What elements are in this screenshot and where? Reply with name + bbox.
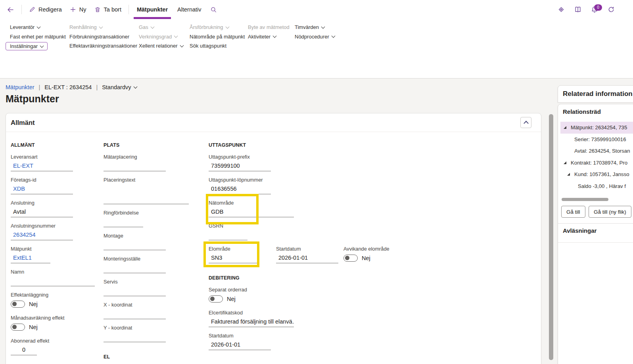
breadcrumb-record: EL-EXT : 2634254 [44,84,92,90]
search-button[interactable] [207,4,221,15]
toggle-switch[interactable] [11,324,25,331]
tree-item[interactable]: Kund: 1057361, Jansso [560,169,633,180]
ribbon-item[interactable]: Effektavräkningstransaktioner [69,41,137,51]
ribbon-item[interactable]: Nödprocedurer [295,32,335,42]
dynamics-apps-button[interactable] [556,4,566,15]
field-value[interactable]: 735999100 [209,162,271,170]
field-underline [276,263,338,263]
field-value[interactable] [104,218,143,226]
go-to-new-tab-button[interactable]: Gå till (ny flik) [589,206,631,218]
field-label: Elcertifikatskod [209,309,395,316]
field-value[interactable]: Fakturerad försäljning till elanvä… [209,318,294,326]
field-underline [104,342,166,342]
field-value[interactable]: 0 [11,346,37,354]
form-field: Y - koordinat [104,324,205,347]
field-value[interactable]: GDB [209,208,294,216]
plus-icon [70,6,76,13]
search-icon [210,6,217,13]
toggle-switch[interactable] [11,301,25,308]
card-body: ALLMÄNTLeveransartEL-EXTFöretags-idXDBAn… [6,132,541,364]
field-value[interactable]: EL-EXT [11,162,73,170]
tree-item[interactable]: Avtal: 2634254, Storsan [560,145,633,157]
chevron-down-icon [321,25,325,29]
refresh-button[interactable] [606,4,616,15]
tree-item[interactable]: Serier: 735999100016 [560,134,633,146]
field-value[interactable] [104,264,166,272]
field-value[interactable]: SN3 [209,254,259,262]
ribbon-item[interactable]: Aktiviteter [248,32,276,42]
field-value[interactable] [104,162,166,170]
toggle-switch[interactable] [209,295,223,303]
form-field: ElcertifikatskodFakturerad försäljning t… [209,309,395,332]
field-value[interactable] [209,231,247,239]
breadcrumb-root-link[interactable]: Mätpunkter [6,84,35,90]
ribbon-item[interactable]: Nätområde på mätpunkt [190,32,245,42]
field-underline [11,194,73,194]
company-hub-button[interactable] [573,4,583,15]
field-value[interactable] [104,333,166,341]
form-field: Montage [104,232,205,255]
field-value[interactable] [104,185,189,203]
edit-button[interactable]: Redigera [25,4,65,15]
field-value[interactable]: 01636556 [209,185,271,193]
field-value[interactable]: 2026-01-01 [276,254,338,262]
tab-matpunkter[interactable]: Mätpunkter [132,0,172,19]
divider [558,223,633,224]
relation-tree: Mätpunkt: 2634254, 735Serier: 7359991000… [560,122,633,192]
toggle-switch[interactable] [343,255,358,262]
tree-item[interactable]: Kontrakt: 17038974, Pro [560,157,633,169]
ribbon-item[interactable]: Leverantör [10,23,40,32]
ribbon-item[interactable]: Förbrukningstransaktioner [69,32,129,42]
field-value[interactable]: ExtEL1 [11,254,50,262]
tree-item-label: Serier: 735999100016 [574,136,626,142]
back-arrow-icon [7,6,14,13]
field-underline [104,204,189,204]
collapse-section-button[interactable] [520,117,531,128]
new-button[interactable]: Ny [66,4,90,15]
form-field: MätpunktExtEL1 [11,245,100,268]
ribbon-item[interactable]: Xellent relationer [139,41,183,51]
tab-alternativ[interactable]: Alternativ [173,0,205,19]
field-underline [209,171,271,171]
view-selector-label: Standardvy [102,84,131,90]
ribbon-item[interactable]: Timvärden [295,23,324,32]
field-label: Mätarplacering [104,153,205,160]
field-label: Uttagspunkt-prefix [209,153,395,160]
notifications-button[interactable]: 0 [589,4,600,15]
field-value[interactable] [11,277,95,285]
toggle-state-label: Nej [29,301,38,307]
field-underline [104,273,166,273]
field-value[interactable]: 2026-01-01 [209,341,271,349]
field-underline [104,250,166,250]
field-underline [104,319,166,319]
field-value[interactable] [104,241,166,249]
ribbon-item[interactable]: Inställningar [6,42,48,50]
tree-item[interactable]: Saldo -3,00 , Härav f [560,180,633,192]
back-button[interactable] [3,4,18,16]
field-value[interactable] [104,310,166,318]
field-underline [209,240,247,240]
field-label: GSRN [209,222,395,229]
form-field: Mätarplacering [104,153,205,176]
field-value[interactable] [104,287,166,295]
delete-button[interactable]: Ta bort [91,4,125,15]
tree-horizontal-scrollbar[interactable] [562,198,608,201]
page-content: Mätpunkter | EL-EXT : 2634254 | Standard… [0,79,633,364]
field-value[interactable]: XDB [11,185,73,193]
form-column-plats: PLATSMätarplaceringPlaceringstextRingför… [104,140,205,364]
field-value[interactable]: Avtal [11,208,73,216]
tree-item[interactable]: Mätpunkt: 2634254, 735 [560,122,633,134]
tree-item-label: Avtal: 2634254, Storsan [574,148,630,154]
ribbon-item[interactable]: Sök uttagspunkt [190,41,226,51]
go-to-button[interactable]: Gå till [561,206,585,218]
view-selector[interactable]: Standardvy [102,84,136,90]
field-value[interactable]: 2634254 [11,231,73,239]
toggle-line: Nej [209,295,395,303]
main-scrollbar[interactable] [549,114,553,360]
toggle-state-label: Nej [29,324,38,330]
toggle-state-label: Nej [227,296,236,302]
form-column-allmant: ALLMÄNTLeveransartEL-EXTFöretags-idXDBAn… [11,140,100,360]
ribbon-item[interactable]: Fast enhet per mätpunkt [10,32,66,42]
chevron-down-icon [225,25,229,29]
form-field: Placeringstext [104,176,205,209]
